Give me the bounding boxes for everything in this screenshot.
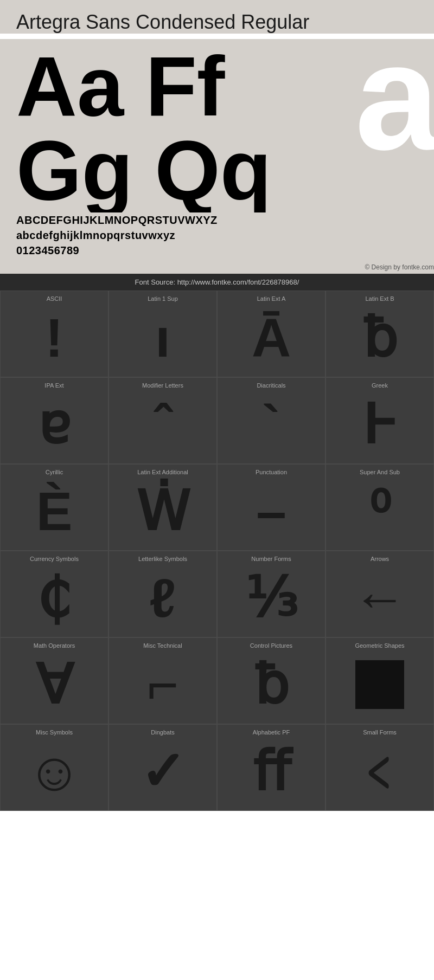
glyph-label: Currency Symbols [30,556,79,562]
glyph-cell: Letterlike Symbolsℓ [108,551,217,637]
glyph-label: Math Operators [34,642,75,649]
glyph-character: ı [155,304,170,371]
glyph-cell: Modifier Lettersˆ [108,377,217,464]
glyph-label: Diacriticals [257,382,285,389]
glyph-label: Super And Sub [360,469,400,475]
glyph-label: Misc Symbols [36,729,73,736]
glyph-character: Ẇ [136,478,190,545]
glyph-cell: Geometric Shapes [326,637,434,724]
source-text: Font Source: http://www.fontke.com/font/… [135,278,299,286]
glyph-label: Punctuation [256,469,287,475]
hero-letter-ff: Ff [145,44,225,128]
glyph-label: IPA Ext [44,382,63,389]
glyph-cell: Arrows← [326,551,434,637]
glyph-character: ƀ [254,651,289,718]
hero-letter-qq: Qq [155,128,271,212]
glyph-cell: Latin Ext AĀ [217,291,326,377]
glyph-label: Dingbats [151,729,174,736]
glyph-label: Modifier Letters [142,382,183,389]
black-square-icon [355,660,404,709]
glyph-character: ` [262,391,280,458]
glyph-label: Geometric Shapes [355,642,404,649]
glyph-character: ← [353,564,407,631]
glyph-cell: CyrillicÈ [0,464,108,551]
glyphs-grid: ASCII!Latin 1 SupıLatin Ext AĀLatin Ext … [0,291,434,811]
glyph-character [355,651,404,718]
glyph-label: Latin 1 Sup [148,295,178,302]
glyph-character: ∀ [36,651,73,718]
glyph-label: Arrows [371,556,389,562]
glyph-label: Alphabetic PF [253,729,290,736]
glyph-cell: Punctuation– [217,464,326,551]
glyph-character: È [36,478,73,545]
dark-section: Font Source: http://www.fontke.com/font/… [0,274,434,811]
glyph-character: ✓ [140,738,186,805]
glyph-character: ﬀ [253,738,290,805]
glyph-cell: Latin Ext AdditionalẆ [108,464,217,551]
glyph-character: – [256,478,286,545]
glyph-label: Letterlike Symbols [138,556,187,562]
glyph-cell: IPA Extɐ [0,377,108,464]
glyph-label: Small Forms [363,729,397,736]
glyph-character: ɐ [38,391,71,458]
glyph-cell: Dingbats✓ [108,724,217,811]
glyph-label: Latin Ext A [257,295,286,302]
glyph-label: Latin Ext B [365,295,394,302]
lowercase-alphabet: abcdefghijklmnopqrstuvwxyz [16,228,418,243]
hero-letter-aa: Aa [16,44,124,128]
glyph-cell: Misc Technical⌐ [108,637,217,724]
digits: 0123456789 [16,243,418,258]
glyph-cell: Number Forms⅓ [217,551,326,637]
glyph-cell: Super And Sub⁰ [326,464,434,551]
glyph-character: ! [45,304,63,371]
glyph-label: Cyrillic [46,469,63,475]
glyph-cell: Latin Ext Bƀ [326,291,434,377]
glyph-label: Control Pictures [250,642,292,649]
glyph-character: ˆ [154,391,171,458]
source-bar: Font Source: http://www.fontke.com/font/… [0,274,434,291]
glyph-cell: Alphabetic PFﬀ [217,724,326,811]
glyph-character: ƀ [363,304,397,371]
glyph-character: ⁰ [369,478,391,545]
glyph-label: Number Forms [251,556,291,562]
glyph-character: Ā [252,304,291,371]
glyph-cell: Diacriticals` [217,377,326,464]
glyph-label: Latin Ext Additional [137,469,188,475]
glyph-label: ASCII [47,295,62,302]
hero-area: Aa Ff Gg Qq a [0,39,434,212]
alphabets-section: ABCDEFGHIJKLMNOPQRSTUVWXYZ abcdefghijklm… [0,212,434,261]
glyph-cell: Small Forms﹤ [326,724,434,811]
glyph-character: Ⱶ [362,391,398,458]
glyph-character: ⌐ [147,651,178,718]
glyph-cell: Misc Symbols☺ [0,724,108,811]
uppercase-alphabet: ABCDEFGHIJKLMNOPQRSTUVWXYZ [16,212,418,228]
hero-big-a: a [355,39,434,165]
glyph-cell: GreekⱵ [326,377,434,464]
glyph-cell: Math Operators∀ [0,637,108,724]
glyph-cell: Latin 1 Supı [108,291,217,377]
glyph-character: ₵ [37,564,72,631]
glyph-cell: ASCII! [0,291,108,377]
copyright-line: © Design by fontke.com [0,261,434,274]
glyph-character: ﹤ [353,738,407,805]
glyph-character: ⅓ [245,564,298,631]
glyph-cell: Currency Symbols₵ [0,551,108,637]
glyph-label: Misc Technical [143,642,182,649]
copyright-text: © Design by fontke.com [365,263,434,271]
glyph-character: ℓ [150,564,176,631]
glyph-label: Greek [372,382,388,389]
glyph-character: ☺ [27,738,82,805]
hero-letter-gg: Gg [16,128,133,212]
font-title: Artegra Sans Condensed Regular [16,11,418,34]
glyph-cell: Control Picturesƀ [217,637,326,724]
